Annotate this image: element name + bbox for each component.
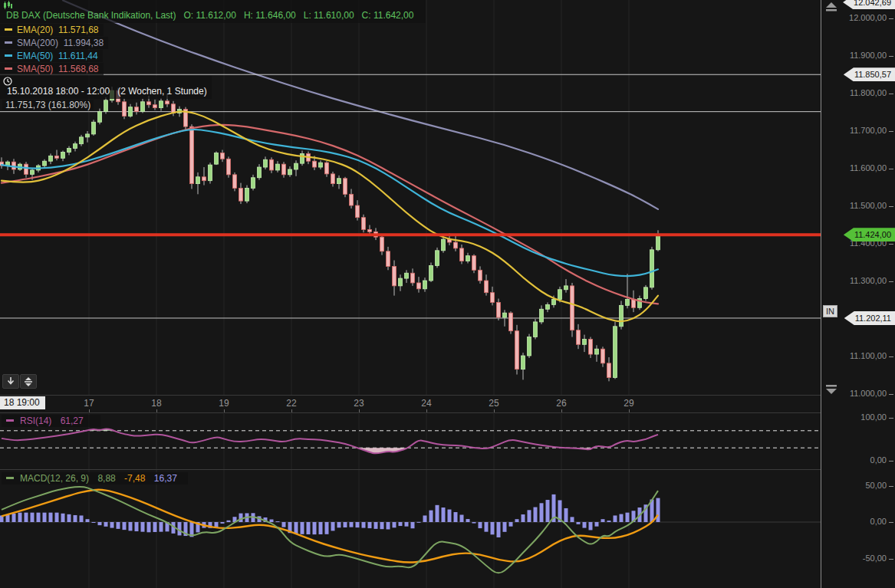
legend-ema20[interactable]: EMA(20) 11.571,68 bbox=[0, 24, 104, 36]
candle-down bbox=[147, 102, 151, 105]
ema50-label: EMA(50) bbox=[17, 51, 53, 61]
macd-histogram-bar bbox=[509, 522, 513, 527]
macd-histogram-bar bbox=[571, 517, 574, 522]
macd-histogram-bar bbox=[442, 508, 446, 522]
macd-histogram-bar bbox=[331, 522, 335, 531]
macd-label: MACD(12, 26, 9) bbox=[20, 473, 89, 484]
scroll-down-button[interactable] bbox=[825, 384, 837, 394]
collapse-panel-button[interactable] bbox=[2, 374, 19, 389]
candle-up bbox=[503, 313, 507, 317]
macd-histogram-bar bbox=[534, 508, 538, 522]
macd-histogram-bar bbox=[147, 522, 151, 532]
rsi-value: 61,27 bbox=[61, 416, 84, 426]
candle-up bbox=[656, 235, 660, 250]
sma50-value: 11.568,68 bbox=[58, 64, 99, 74]
price-axis[interactable]: 12.000,0011.900,0011.800,0011.700,0011.6… bbox=[821, 0, 895, 588]
rsi-legend[interactable]: RSI(14) 61,27 bbox=[2, 415, 100, 427]
rsi-panel[interactable] bbox=[0, 412, 821, 470]
macd-swatch-icon bbox=[6, 477, 14, 479]
macd-histogram-bar bbox=[104, 522, 108, 527]
macd-histogram-bar bbox=[49, 513, 53, 522]
candle-down bbox=[153, 105, 157, 108]
macd-histogram-bar bbox=[325, 522, 329, 534]
macd-signal-value: -7,48 bbox=[124, 473, 145, 484]
macd-histogram-bar bbox=[515, 519, 519, 522]
rsi-swatch-icon bbox=[6, 419, 14, 422]
candle-up bbox=[74, 144, 77, 149]
macd-histogram-bar bbox=[454, 512, 458, 522]
macd-histogram-bar bbox=[98, 522, 102, 525]
day-tick-label: 24 bbox=[421, 398, 431, 409]
ohlc-value: O: 11.612,00 bbox=[183, 10, 236, 21]
macd-panel[interactable] bbox=[0, 470, 821, 588]
candle-up bbox=[626, 300, 630, 306]
scroll-up-button[interactable] bbox=[825, 2, 837, 12]
candle-up bbox=[405, 273, 409, 278]
candle-up bbox=[276, 164, 280, 170]
price-level-label: 11.424,00 bbox=[844, 228, 895, 241]
candle-down bbox=[380, 237, 384, 251]
price-level-label: 11.850,57 bbox=[844, 67, 895, 81]
candle-down bbox=[479, 270, 482, 281]
rsi-chart-canvas[interactable] bbox=[0, 412, 821, 469]
candle-down bbox=[368, 229, 372, 232]
candle-up bbox=[141, 102, 145, 112]
ohlc-value: C: 11.642,00 bbox=[362, 10, 414, 21]
chart-header: DB DAX (Deutsche Bank Indikation, Last)O… bbox=[0, 0, 426, 100]
macd-histogram-bar bbox=[607, 521, 611, 522]
macd-tick: -50,00 bbox=[863, 554, 887, 563]
fib-level-label: 11.751,73 (161.80%) bbox=[2, 100, 94, 110]
candle-down bbox=[393, 266, 396, 285]
rsi-tick: 100,00 bbox=[860, 412, 887, 422]
macd-legend[interactable]: MACD(12, 26, 9) 8,88 -7,48 16,37 bbox=[2, 472, 188, 485]
macd-histogram-bar bbox=[460, 515, 464, 523]
macd-histogram-bar bbox=[589, 522, 593, 530]
candle-up bbox=[466, 256, 470, 261]
macd-histogram-bar bbox=[583, 522, 587, 528]
candle-down bbox=[472, 256, 476, 271]
candle-up bbox=[294, 163, 298, 169]
candle-up bbox=[43, 161, 47, 166]
candle-up bbox=[104, 100, 108, 112]
legend-sma200[interactable]: SMA(200) 11.994,38 bbox=[0, 37, 108, 49]
macd-histogram-bar bbox=[540, 503, 544, 522]
candle-down bbox=[135, 107, 139, 112]
candle-down bbox=[190, 126, 194, 183]
price-tick: 11.600,00 bbox=[850, 163, 887, 172]
instrument-title: DB DAX (Deutsche Bank Indikation, Last) bbox=[6, 10, 176, 21]
macd-histogram-bar bbox=[485, 522, 489, 532]
candle-up bbox=[252, 178, 255, 189]
macd-histogram-bar bbox=[282, 522, 286, 527]
unfold-icon bbox=[24, 377, 33, 386]
macd-histogram-bar bbox=[614, 515, 617, 522]
candle-down bbox=[485, 281, 489, 293]
candle-up bbox=[264, 159, 268, 167]
candle-up bbox=[546, 304, 550, 309]
candle-down bbox=[509, 313, 513, 331]
candle-up bbox=[620, 305, 624, 326]
candle-down bbox=[166, 101, 169, 104]
macd-histogram-bar bbox=[344, 522, 347, 527]
candle-down bbox=[589, 339, 593, 354]
legend-ema50[interactable]: EMA(50) 11.611,44 bbox=[0, 50, 103, 62]
price-level-label: 11.202,11 bbox=[844, 311, 895, 325]
macd-histogram-bar bbox=[656, 498, 660, 522]
expand-panel-button[interactable] bbox=[20, 374, 37, 389]
macd-histogram-bar bbox=[18, 513, 22, 522]
candle-up bbox=[423, 281, 427, 289]
macd-histogram-bar bbox=[577, 522, 581, 524]
legend-sma50[interactable]: SMA(50) 11.568,68 bbox=[0, 63, 104, 75]
macd-tick: 0,00 bbox=[870, 517, 887, 526]
macd-chart-canvas[interactable] bbox=[0, 470, 821, 588]
macd-histogram-bar bbox=[129, 522, 133, 531]
time-axis[interactable]: 18 19:00 171819222324252629 bbox=[0, 395, 821, 413]
macd-histogram-bar bbox=[350, 522, 354, 527]
rsi-line bbox=[2, 429, 658, 453]
candle-up bbox=[399, 278, 403, 286]
candle-up bbox=[595, 349, 599, 354]
macd-histogram-bar bbox=[522, 514, 525, 522]
macd-histogram-bar bbox=[313, 522, 317, 534]
candle-down bbox=[607, 363, 611, 378]
candle-up bbox=[528, 337, 531, 356]
indicator-in-badge: IN bbox=[823, 305, 837, 317]
